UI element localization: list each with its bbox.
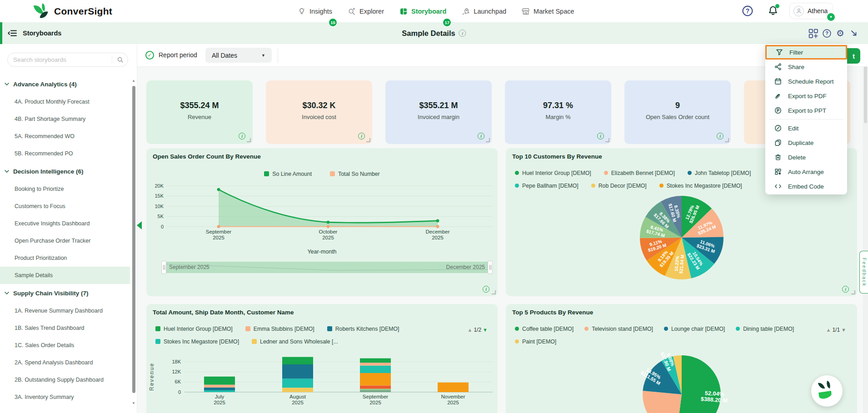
sidebar-section[interactable]: Supply Chain Visibility (7) xyxy=(0,284,130,302)
nav-label: Explorer xyxy=(359,8,384,15)
sidebar-item-4a-product-monthly-forecast[interactable]: 4A. Product Monthly Forecast xyxy=(0,93,130,110)
report-period-checkbox[interactable]: ✓ xyxy=(145,51,154,60)
nav-item-market-space[interactable]: Market Space xyxy=(522,7,574,15)
feedback-tab[interactable]: Feedback xyxy=(859,251,868,294)
sidebar-item-5b-recommended-po[interactable]: 5B. Recommended PO xyxy=(0,145,130,162)
sidebar-item-1b-sales-trend-dashboard[interactable]: 1B. Sales Trend Dashboard xyxy=(0,319,130,337)
resize-corner[interactable] xyxy=(851,290,855,294)
svg-text:12K: 12K xyxy=(172,369,181,374)
info-icon[interactable]: i xyxy=(239,133,245,139)
menu-item-export-to-pdf[interactable]: Export to PDF xyxy=(765,89,847,103)
rocket-icon xyxy=(462,7,470,15)
brush-handle-left[interactable] xyxy=(161,261,166,274)
pdf-icon xyxy=(774,92,784,100)
user-menu[interactable]: Athena ▼ xyxy=(789,3,833,19)
sidebar-item-4b-part-shortage-summary[interactable]: 4B. Part Shortage Summary xyxy=(0,110,130,128)
info-icon[interactable]: i xyxy=(483,286,489,293)
chart-panel-top5-products[interactable]: Top 5 Products By Revenue Coffee table [… xyxy=(506,304,857,413)
svg-text:20K: 20K xyxy=(155,183,164,189)
sidebar-scrollbar[interactable] xyxy=(132,86,135,393)
add-widget-icon[interactable] xyxy=(806,29,820,38)
brush-handle-right[interactable] xyxy=(488,261,493,274)
nav-item-storyboard[interactable]: Storyboard17 xyxy=(399,7,446,15)
report-period-label: Report period xyxy=(159,51,197,59)
kpi-card-revenue[interactable]: $355.24 M Revenuei xyxy=(146,80,253,144)
resize-corner[interactable] xyxy=(247,138,251,142)
chart-panel-open-sales-order[interactable]: Open Sales Order Count By Revenue So Lin… xyxy=(146,148,498,296)
sidebar-collapse-handle[interactable] xyxy=(137,221,142,229)
sidebar-item-open-purchase-order-tracker[interactable]: Open Purchase Order Tracker xyxy=(0,232,130,249)
menu-item-export-to-ppt[interactable]: Export to PPT xyxy=(765,103,847,118)
sidebar-collapse-icon[interactable] xyxy=(7,30,17,37)
sidebar-item-3a-inventory-summary[interactable]: 3A. Inventory Summary xyxy=(0,388,130,406)
chevron-down-icon: ▼ xyxy=(826,12,836,22)
sidebar-section[interactable]: Advance Analytics (4) xyxy=(0,75,130,93)
nav-item-insights[interactable]: Insights15 xyxy=(298,7,332,15)
market-icon xyxy=(522,7,530,15)
search-icon[interactable] xyxy=(112,55,128,64)
brand[interactable]: ConverSight xyxy=(35,0,112,22)
svg-text:5K: 5K xyxy=(158,214,164,219)
resize-corner[interactable] xyxy=(486,138,490,142)
time-range-brush[interactable]: September 2025 December 2025 xyxy=(162,262,492,273)
sidebar-item-executive-insights-dashboard[interactable]: Executive Insights Dashboard xyxy=(0,215,130,232)
kpi-card-margin-[interactable]: 97.31 % Margin %i xyxy=(505,80,611,144)
menu-item-label: Filter xyxy=(789,49,803,56)
menu-item-schedule-report[interactable]: Schedule Report xyxy=(765,74,847,89)
menu-item-label: Auto Arrange xyxy=(788,169,824,175)
resize-corner[interactable] xyxy=(366,138,370,142)
breadcrumb[interactable]: Storyboards xyxy=(23,30,61,37)
assistant-launcher-button[interactable] xyxy=(811,375,843,407)
sidebar-item-sample-details[interactable]: Sample Details xyxy=(0,267,130,284)
report-period-dropdown[interactable]: All Dates ▼ xyxy=(205,48,272,63)
sidebar-item-1a-revenue-summary-dashboard[interactable]: 1A. Revenue Summary Dashboard xyxy=(0,302,130,319)
sidebar-item-1c-sales-order-details[interactable]: 1C. Sales Order Details xyxy=(0,337,130,354)
main-nav: Insights15ExplorerStoryboard17LaunchpadM… xyxy=(298,0,574,22)
sidebar-item-2a-spend-analysis-dashboard[interactable]: 2A. Spend Analysis Dashboard xyxy=(0,354,130,371)
sidebar-item-5a-recommended-wo[interactable]: 5A. Recommended WO xyxy=(0,128,130,145)
sidebar-item-2b-outstanding-supply-dashboard[interactable]: 2B. Outstanding Supply Dashboard xyxy=(0,371,130,388)
search-input[interactable] xyxy=(8,56,112,63)
page-scrollbar[interactable] xyxy=(863,44,868,413)
gear-icon[interactable]: ⚙ xyxy=(833,29,847,38)
kpi-value: 97.31 % xyxy=(505,101,611,110)
info-icon[interactable]: i xyxy=(842,286,849,293)
edit-icon xyxy=(774,124,784,132)
sidebar-item-customers-to-focus[interactable]: Customers to Focus xyxy=(0,198,130,215)
resize-corner[interactable] xyxy=(605,138,609,142)
menu-item-label: Embed Code xyxy=(788,183,824,190)
menu-item-share[interactable]: Share xyxy=(765,60,847,74)
scroll-down-icon[interactable]: ▼ xyxy=(132,401,135,405)
menu-item-auto-arrange[interactable]: Auto Arrange xyxy=(765,164,847,179)
kpi-card-invoiced-margin[interactable]: $355.21 M Invoiced margini xyxy=(385,80,492,144)
resize-corner[interactable] xyxy=(492,290,496,294)
sidebar-item-booking-to-priortize[interactable]: Booking to Priortize xyxy=(0,180,130,198)
avatar xyxy=(793,6,804,16)
info-icon[interactable]: i xyxy=(358,133,365,139)
board-help-icon[interactable]: ? xyxy=(820,29,833,38)
info-icon[interactable]: i xyxy=(717,133,723,139)
resize-corner[interactable] xyxy=(725,138,729,142)
title-info-icon[interactable]: i xyxy=(459,30,466,37)
menu-item-duplicate[interactable]: Duplicate xyxy=(765,135,847,150)
menu-item-embed-code[interactable]: Embed Code xyxy=(765,179,847,194)
sidebar-item-product-prioritization[interactable]: Product Prioritization xyxy=(0,249,130,267)
help-icon[interactable]: ? xyxy=(742,5,753,17)
svg-text:September2025: September2025 xyxy=(363,394,388,405)
svg-text:December2025: December2025 xyxy=(425,229,449,240)
fullscreen-icon[interactable] xyxy=(847,29,861,37)
scroll-up-icon[interactable]: ▲ xyxy=(132,79,135,83)
kpi-card-open-sales-order-count[interactable]: 9 Open Sales Order counti xyxy=(624,80,731,144)
nav-item-launchpad[interactable]: Launchpad xyxy=(462,7,506,15)
info-icon[interactable]: i xyxy=(478,133,484,139)
info-icon[interactable]: i xyxy=(597,133,604,139)
chart-panel-total-amount[interactable]: Total Amount, Ship Date Month, Customer … xyxy=(146,304,498,413)
menu-item-edit[interactable]: Edit xyxy=(765,121,847,135)
notifications-bell-icon[interactable] xyxy=(767,5,779,17)
menu-item-delete[interactable]: Delete xyxy=(765,150,847,164)
nav-item-explorer[interactable]: Explorer xyxy=(348,7,384,15)
svg-text:15K: 15K xyxy=(155,193,164,199)
kpi-card-invoiced-cost[interactable]: $30.32 K Invoiced costi xyxy=(266,80,372,144)
menu-item-filter[interactable]: Filter xyxy=(765,45,847,60)
sidebar-section[interactable]: Decision Intelligence (6) xyxy=(0,162,130,180)
